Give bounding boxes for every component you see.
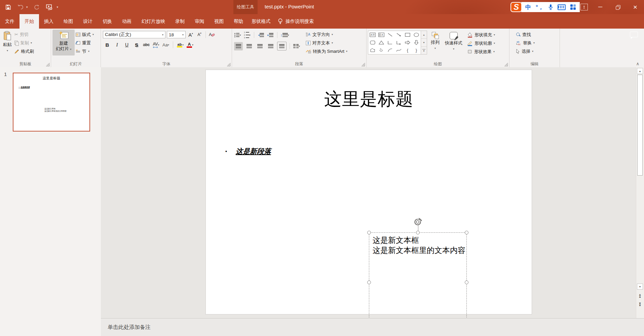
paragraph-dialog-launcher-icon[interactable] [362, 63, 365, 66]
shape-effects-button[interactable]: 形状效果 ▾ [466, 47, 496, 56]
font-color-button[interactable]: A ▾ [186, 41, 194, 49]
underline-button[interactable]: U [123, 41, 130, 49]
distribute-button[interactable] [277, 42, 287, 50]
rotation-handle-icon[interactable] [414, 218, 422, 226]
resize-handle-middle-left[interactable] [367, 281, 371, 284]
minimize-button[interactable]: ─ [592, 0, 609, 14]
ime-punctuation-icon[interactable]: °， [536, 3, 544, 11]
reset-button[interactable]: 重置 [75, 39, 95, 47]
shape-down-arrow-icon[interactable] [412, 39, 421, 46]
change-case-button[interactable]: Aa▾ [162, 41, 169, 49]
smartart-button[interactable]: 转换为 SmartArt ▾ [305, 47, 348, 55]
tab-insert[interactable]: 插入 [39, 14, 59, 29]
scroll-down-button[interactable]: ▼ [637, 284, 643, 290]
align-left-button[interactable] [234, 42, 243, 50]
resize-handle-middle-right[interactable] [465, 281, 468, 284]
quick-styles-button[interactable]: 快速样式▾ [443, 31, 464, 53]
cut-button[interactable]: ✂ 剪切 [13, 30, 35, 39]
new-slide-button[interactable]: 新建幻灯片 ▾ [52, 30, 75, 55]
shape-oval-icon[interactable] [412, 31, 421, 39]
text-shadow-button[interactable]: S [133, 41, 140, 49]
slide-bullet-paragraph[interactable]: • 这是新段落 [225, 147, 271, 156]
shape-vertical-textbox-icon[interactable]: A [377, 31, 386, 39]
increase-indent-button[interactable]: ▸ [267, 31, 274, 39]
shape-rounded-rectangle-icon[interactable] [368, 39, 377, 46]
clear-formatting-button[interactable]: A [208, 31, 216, 39]
customize-qat-icon[interactable]: ▾ [57, 5, 59, 9]
tab-draw[interactable]: 绘图 [59, 14, 78, 29]
shape-outline-button[interactable]: 形状轮廓 ▾ [466, 39, 496, 47]
resize-handle-top-right[interactable] [465, 231, 468, 234]
save-icon[interactable] [4, 3, 12, 11]
shape-gallery[interactable]: A A [368, 31, 421, 54]
tab-view[interactable]: 视图 [209, 14, 229, 29]
close-button[interactable]: × [627, 0, 644, 14]
shape-textbox-icon[interactable]: A [368, 31, 377, 39]
gallery-scroll-up-icon[interactable]: ▲ [421, 31, 427, 39]
comments-icon[interactable] [630, 32, 638, 37]
font-size-combo[interactable]: 18 ▾ [167, 31, 186, 38]
numbering-button[interactable]: 123 ▾ [243, 31, 251, 39]
tab-record[interactable]: 录制 [170, 14, 190, 29]
align-center-button[interactable] [245, 42, 254, 50]
tab-slideshow[interactable]: 幻灯片放映 [137, 14, 170, 29]
paste-button[interactable]: 粘贴▾ [1, 30, 13, 55]
clipboard-dialog-launcher-icon[interactable] [46, 63, 49, 66]
tab-file[interactable]: 文件 [0, 14, 20, 29]
gallery-more-icon[interactable]: ▼ [421, 47, 427, 54]
arrange-button[interactable]: 排列▾ [429, 31, 441, 52]
shape-curve-icon[interactable] [394, 46, 403, 54]
gallery-scroll-down-icon[interactable]: ▼ [421, 39, 427, 46]
layout-button[interactable]: 版式 ▾ [75, 30, 95, 39]
ime-chinese-mode-icon[interactable]: 中 [525, 3, 531, 11]
tab-shape-format[interactable]: 形状格式 [249, 14, 273, 29]
text-direction-button[interactable]: A 文字方向 ▾ [305, 30, 348, 39]
find-button[interactable]: 查找 [515, 30, 558, 39]
shape-elbow-connector-icon[interactable] [386, 39, 394, 46]
tab-review[interactable]: 审阅 [190, 14, 209, 29]
replace-button[interactable]: abac 替换 ▾ [515, 39, 558, 47]
shape-line-icon[interactable] [386, 31, 394, 39]
tab-animations[interactable]: 动画 [117, 14, 137, 29]
bullets-button[interactable]: ▾ [234, 31, 241, 39]
textbox-text[interactable]: 这是新文本框 这是新文本框里的文本内容 [369, 233, 466, 258]
shape-arc-icon[interactable] [386, 46, 394, 54]
shape-arrow-icon[interactable] [394, 31, 403, 39]
sogou-logo-icon[interactable]: S [510, 2, 522, 12]
tab-home[interactable]: 开始 [20, 14, 39, 29]
selected-textbox[interactable]: 这是新文本框 这是新文本框里的文本内容 [369, 232, 467, 319]
shrink-font-button[interactable]: A▾ [196, 31, 203, 39]
grow-font-button[interactable]: A▴ [187, 31, 194, 39]
shape-left-brace-icon[interactable]: { [403, 46, 412, 54]
previous-slide-button[interactable]: ▲▲ [637, 292, 643, 299]
slide-thumbnail[interactable]: 这里是标题 这是新段落 这是新文本框 这是新文本框里的文本内容 [13, 73, 90, 132]
tab-help[interactable]: 帮助 [229, 14, 248, 29]
section-button[interactable]: 节 ▾ [75, 47, 95, 55]
scrollbar-thumb[interactable] [637, 75, 643, 176]
strikethrough-button[interactable]: abc [143, 41, 150, 49]
italic-button[interactable]: I [113, 41, 121, 49]
shape-scribble-icon[interactable] [377, 46, 386, 54]
collapse-ribbon-icon[interactable]: ∧ [636, 61, 639, 66]
shape-fill-button[interactable]: 形状填充 ▾ [466, 31, 496, 39]
bold-button[interactable]: B [104, 41, 111, 49]
restore-button[interactable] [609, 0, 627, 14]
ime-toolbox-icon[interactable] [570, 4, 576, 10]
undo-icon[interactable] [17, 3, 25, 11]
align-text-button[interactable]: 对齐文本 ▾ [305, 39, 348, 47]
next-slide-button[interactable]: ▼▼ [637, 301, 643, 308]
shape-right-arrow-icon[interactable] [403, 39, 412, 46]
shape-elbow-arrow-connector-icon[interactable] [394, 39, 403, 46]
ime-keyboard-icon[interactable] [558, 4, 566, 10]
font-name-combo[interactable]: Calibri (正文) ▾ [103, 31, 165, 38]
format-painter-button[interactable]: 格式刷 [13, 47, 35, 55]
tell-me-search[interactable]: 操作说明搜索 [273, 14, 318, 29]
shape-rectangle-icon[interactable] [403, 31, 412, 39]
tab-transitions[interactable]: 切换 [98, 14, 117, 29]
shape-triangle-icon[interactable] [377, 39, 386, 46]
shape-freeform-icon[interactable] [368, 46, 377, 54]
tab-design[interactable]: 设计 [78, 14, 98, 29]
font-dialog-launcher-icon[interactable] [227, 63, 230, 66]
align-right-button[interactable] [256, 42, 264, 50]
copy-button[interactable]: 复制 ▾ [13, 39, 35, 47]
